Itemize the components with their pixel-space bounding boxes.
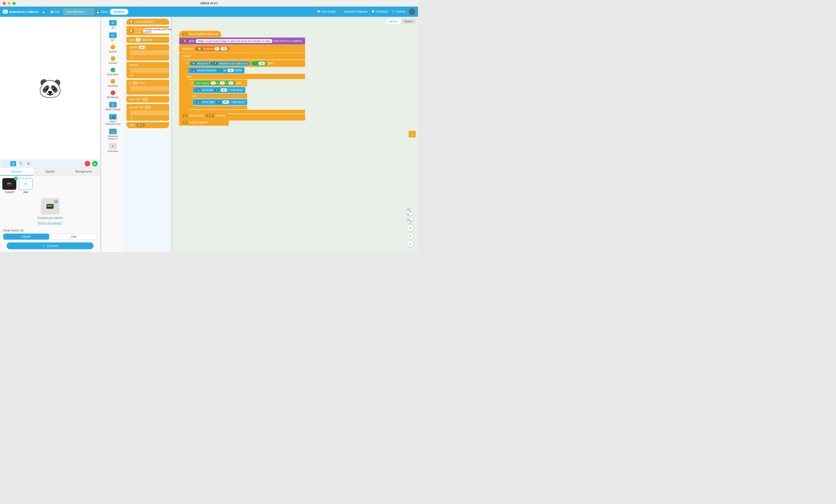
feedback-button[interactable]: 💬 Feedback <box>371 10 388 13</box>
block-if-then[interactable]: if then <box>127 80 169 95</box>
how-to-use-link[interactable]: How to use device? <box>38 221 62 225</box>
block-turns-right[interactable]: 🤖 turns right ▼ 90 ° until done <box>193 99 247 105</box>
zoom-out-button[interactable]: 🔍- <box>407 217 413 224</box>
block-restart-cyberpi-2[interactable]: 🟧 restart CyberPi <box>179 119 229 125</box>
cyberpi-device-card: ✕ 📟 CyberPi <box>2 178 16 193</box>
stage-panel: 🐼 ⛶ ▤ ☰ ⊞ ▶ Devices Sprites Background ✕… <box>0 17 100 252</box>
header: M makeblock | mBlock ☁ 📁 File 💾 Save Pub… <box>0 6 418 17</box>
brand: M makeblock | mBlock <box>3 10 38 14</box>
block-forever-main[interactable]: forever if 📡 ultrasonic 2 <box>179 53 305 120</box>
file-button[interactable]: 📁 File <box>49 9 61 15</box>
maximize-button[interactable] <box>13 2 16 5</box>
panda-sprite: 🐼 <box>38 77 62 99</box>
devices-panel: ✕ 📟 CyberPi + Add <box>0 176 100 196</box>
stage-toolbar: ⛶ ▤ ☰ ⊞ ▶ <box>0 159 100 168</box>
code-stack-1: 🟧 when CyberPi starts up 🟧 print Make a … <box>179 31 305 120</box>
cloud-icon-button[interactable]: ☁ <box>41 9 46 15</box>
connect-device-label: Connect your device <box>37 216 63 219</box>
block-insert-code[interactable]: 🅒 insert code cyberpi.console.print("hel… <box>127 26 169 35</box>
code-canvas: 🟧 when CyberPi starts up 🟧 print Make a … <box>177 21 413 138</box>
tab-devices[interactable]: Devices <box>0 168 33 176</box>
code-expand-button[interactable]: </> <box>408 131 416 137</box>
publish-button[interactable]: Publish <box>110 9 128 15</box>
upload-mode-button[interactable]: Upload <box>3 234 49 240</box>
category-operators[interactable]: Operators <box>102 66 123 77</box>
example-programs-button[interactable]: 📚 Example Programs <box>339 10 368 13</box>
list-view-button[interactable]: ☰ <box>18 161 24 166</box>
block-moves-forward[interactable]: 🤖 moves forward ▼ at 50 RPM <box>189 67 244 74</box>
live-mode-button[interactable]: Live <box>51 234 97 240</box>
block-turns-left[interactable]: 🤖 turns left ▼ 90 ° until done <box>193 87 245 93</box>
cyberpi-icon[interactable]: ✕ 📟 <box>2 178 16 190</box>
block-when-cyberpi-starts[interactable]: 🟧 when CyberPi starts up <box>179 31 221 37</box>
panel-tabs: Devices Sprites Background <box>0 168 100 176</box>
block-restart-cyberpi[interactable]: 🅒 restart CyberPi <box>127 19 169 25</box>
block-forever[interactable]: forever ↺ <box>127 62 169 78</box>
block-wait-seconds[interactable]: wait 1 seconds <box>127 37 169 43</box>
tile-view-button[interactable]: ⊞ <box>26 161 31 166</box>
connect-area: 📟 ⚙️ Connect your device How to use devi… <box>0 196 100 227</box>
add-device-button[interactable]: + <box>19 178 33 190</box>
mode-switch: Mode Switch ? Upload Live <box>0 227 100 241</box>
category-iot[interactable]: IoT IoT <box>102 31 123 43</box>
fullscreen-button[interactable]: ⛶ <box>2 161 8 166</box>
stop-button[interactable] <box>85 161 90 167</box>
close-button[interactable] <box>3 2 6 5</box>
tab-sprites[interactable]: Sprites <box>33 168 67 176</box>
block-if-ultrasonic[interactable]: if 📡 ultrasonic 2 1 ▼ distance to an obj… <box>184 60 305 114</box>
stage-area: 🐼 <box>0 17 100 159</box>
category-ultrasonic2[interactable]: 📻 Ultrasonic Sensor 2 <box>102 127 123 141</box>
save-button[interactable]: 💾 Save <box>96 10 108 14</box>
minimize-button[interactable] <box>8 2 11 5</box>
category-events[interactable]: Events <box>102 43 123 54</box>
brand-text: makeblock | mBlock <box>9 10 38 14</box>
go-button[interactable]: ▶ <box>92 161 98 167</box>
mode-switch-info[interactable]: ? <box>20 229 23 232</box>
block-wait-until[interactable]: wait until <box>127 96 169 102</box>
main-layout: 🐼 ⛶ ▤ ☰ ⊞ ▶ Devices Sprites Background ✕… <box>0 17 418 252</box>
tab-background[interactable]: Background <box>67 168 100 176</box>
forever-body: if 📡 ultrasonic 2 1 ▼ distance to an obj… <box>179 59 305 114</box>
code-expand-area: </> <box>408 131 416 138</box>
zoom-in-button[interactable]: 🔍+ <box>407 209 413 216</box>
header-right: 📖 User Guide 📚 Example Programs 💬 Feedba… <box>317 8 415 15</box>
fit-button[interactable]: ═ <box>407 241 413 247</box>
traffic-lights <box>3 2 16 5</box>
block-repeat-until[interactable]: repeat until ↺ <box>127 104 169 121</box>
device-image: 📟 ⚙️ <box>41 198 59 214</box>
redo-button[interactable]: ↻ <box>407 233 413 239</box>
grid-view-button[interactable]: ▤ <box>10 161 16 166</box>
cyberpi-label: CyberPi <box>5 191 14 193</box>
user-guide-button[interactable]: 📖 User Guide <box>317 10 336 13</box>
block-when-button-pressed[interactable]: 🟧 when button A ▼ pressed <box>179 112 229 119</box>
brand-logo: M <box>3 10 8 14</box>
project-name-input[interactable] <box>63 8 94 15</box>
category-ai[interactable]: AI AI <box>102 19 123 31</box>
mode-switch-label: Mode Switch ? <box>3 229 97 232</box>
zoom-controls: 🔍+ 🔍- ↺ ↻ ═ <box>407 209 413 247</box>
category-control[interactable]: Control <box>102 55 123 66</box>
setting-button[interactable]: ⚙️ Setting <box>392 10 405 13</box>
remove-device-button[interactable]: ✕ <box>14 177 18 180</box>
connect-button[interactable]: 🔗 Connect <box>6 243 94 249</box>
blocks-palette: 🅒 restart CyberPi 🅒 insert code cyberpi.… <box>125 17 171 252</box>
categories-panel: AI AI IoT IoT Events Control Operators V… <box>101 17 125 252</box>
block-repeat[interactable]: repeat 10 ↺ <box>127 44 169 61</box>
undo-button[interactable]: ↺ <box>407 225 413 232</box>
block-stop-all[interactable]: stop all ▼ <box>127 122 169 128</box>
block-wait-until-loudness[interactable]: wait until 📊 loudness > 75 <box>179 45 305 53</box>
code-area: Blocks Python 🟧 when CyberPi starts up 🟧… <box>172 17 418 252</box>
category-variables[interactable]: Variables <box>102 78 123 89</box>
code-stack-2: 🟧 when button A ▼ pressed 🟧 restart Cybe… <box>179 112 229 125</box>
category-mbot2chassis[interactable]: 🤖 mBot2 Chassis <box>102 100 123 112</box>
category-myblocks[interactable]: My Blocks <box>102 89 123 100</box>
window-title: mBlock v5.4.3 <box>200 2 217 5</box>
block-print[interactable]: 🟧 print Make a loud sound (clap) to star… <box>179 38 305 44</box>
add-label: Add <box>23 191 28 193</box>
title-bar: mBlock v5.4.3 <box>0 0 418 6</box>
block-if-random[interactable]: if pick random 1 to 2 = <box>189 79 247 109</box>
category-mbot2ext[interactable]: 🔌 mBot2 Extension Port <box>102 113 123 127</box>
add-extension-button[interactable]: + extension <box>102 142 123 154</box>
add-device-card: + Add <box>19 178 33 193</box>
avatar[interactable]: 👤 <box>408 8 415 15</box>
